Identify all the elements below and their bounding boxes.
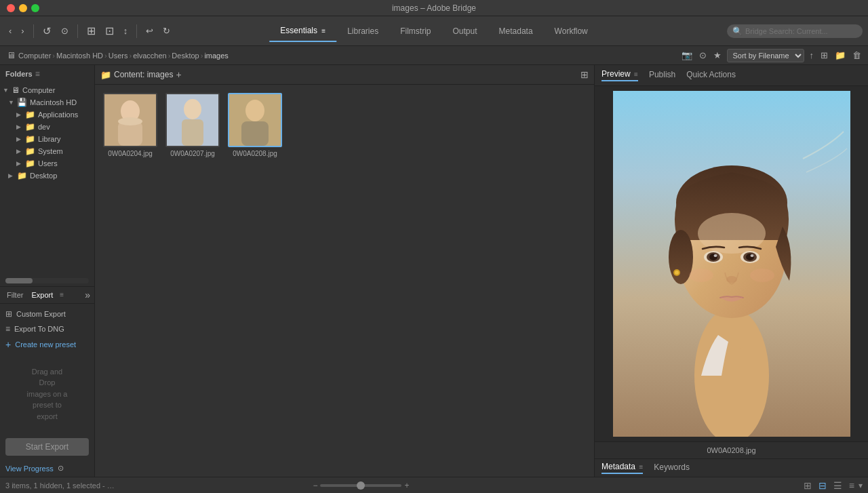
status-bar: 3 items, 1 hidden, 1 selected - … − + ⊞ … [0, 477, 868, 493]
tab-workflow[interactable]: Workflow [544, 21, 599, 41]
sidebar-scrollbar[interactable] [5, 278, 89, 283]
maximize-button[interactable] [31, 4, 39, 12]
preview-tab-quickactions[interactable]: Quick Actions [686, 70, 736, 81]
reveal-button[interactable]: ⊙ [58, 23, 72, 39]
progress-icon-button[interactable]: ⊙ [58, 464, 64, 473]
breadcrumb-home-icon[interactable]: 🖥 [5, 49, 17, 62]
arrow-icon: ▶ [16, 123, 23, 130]
content-title: Content: images [114, 70, 173, 79]
search-input[interactable] [745, 27, 847, 35]
breadcrumb-users[interactable]: Users [108, 52, 128, 60]
tab-essentials[interactable]: Essentials ≡ [269, 20, 336, 42]
search-icon: 🔍 [732, 26, 743, 36]
export-dng-label: Export To DNG [14, 325, 64, 333]
sort-select[interactable]: Sort by Filename [727, 49, 804, 62]
thumbnail-2[interactable]: 0W0A0207.jpg [165, 93, 220, 157]
meta-tab-metadata[interactable]: Metadata ≡ [601, 462, 643, 474]
close-button[interactable] [7, 4, 15, 12]
folder-item-dev[interactable]: ▶ 📁 dev [0, 121, 94, 133]
breadcrumb-icon-camera[interactable]: 📷 [680, 49, 694, 62]
svg-point-21 [713, 254, 717, 257]
zoom-in-button[interactable]: + [404, 481, 409, 490]
preview-tabs: Preview ≡ Publish Quick Actions [595, 65, 868, 86]
new-folder-btn[interactable]: 📁 [833, 49, 847, 62]
meta-tab-icon: ≡ [639, 463, 643, 471]
folder-item-desktop[interactable]: ▶ 📁 Desktop [0, 170, 94, 182]
icon-view-button[interactable]: ⊞ [83, 22, 99, 40]
zoom-out-button[interactable]: − [313, 481, 317, 490]
thumbnail-3[interactable]: 0W0A0208.jpg [228, 93, 282, 157]
thumbnail-1[interactable]: 0W0A0204.jpg [103, 93, 157, 157]
folder-icon: 📁 [25, 134, 35, 144]
svg-point-8 [245, 100, 264, 121]
arrow-icon: ▶ [16, 136, 23, 142]
breadcrumb-elvacchen[interactable]: elvacchen [133, 52, 167, 60]
breadcrumb-desktop[interactable]: Desktop [172, 52, 199, 60]
search-box: 🔍 [727, 24, 863, 38]
view-dropdown-button[interactable]: ▾ [859, 479, 863, 492]
svg-rect-9 [241, 121, 269, 146]
expand-button[interactable]: » [85, 290, 90, 300]
breadcrumb-macintoshhd[interactable]: Macintosh HD [56, 52, 103, 60]
drag-drop-area: Drag andDropimages on apreset toexport [0, 355, 94, 433]
sidebar-menu-icon[interactable]: ≡ [35, 69, 40, 79]
breadcrumb-computer[interactable]: Computer [18, 52, 51, 60]
forward-button[interactable]: › [18, 23, 27, 39]
export-tab[interactable]: Export [28, 290, 56, 300]
folder-item-applications[interactable]: ▶ 📁 Applications [0, 109, 94, 121]
export-to-dng-item[interactable]: ≡ Export To DNG [0, 321, 94, 336]
meta-tab-keywords[interactable]: Keywords [654, 462, 690, 473]
folder-item-system[interactable]: ▶ 📁 System [0, 145, 94, 157]
zoom-slider-track[interactable] [320, 484, 401, 487]
refresh-button[interactable]: ↺ [39, 22, 55, 40]
arrow-icon: ▶ [8, 172, 15, 179]
view-thumb-button[interactable]: ⊟ [816, 479, 829, 492]
breadcrumb-sep-4: › [168, 52, 171, 60]
tab-libraries[interactable]: Libraries [336, 21, 389, 41]
arrow-icon: ▶ [16, 160, 23, 167]
back-button[interactable]: ‹ [5, 23, 15, 39]
preview-image-svg [613, 91, 850, 437]
delete-btn[interactable]: 🗑 [851, 49, 863, 62]
create-preset-item[interactable]: + Create new preset [0, 336, 94, 353]
breadcrumb-icon-star[interactable]: ★ [712, 49, 723, 62]
sidebar-scrollbar-thumb [5, 278, 33, 283]
folder-item-computer[interactable]: ▼ 🖥 Computer [0, 84, 94, 96]
breadcrumb-actions: 📷 ⊙ ★ Sort by Filename ↑ ⊞ 📁 🗑 [680, 49, 863, 62]
sort-direction-btn[interactable]: ↑ [808, 49, 816, 62]
tab-filmstrip[interactable]: Filmstrip [389, 21, 441, 41]
folder-item-users[interactable]: ▶ 📁 Users [0, 157, 94, 170]
undo-button[interactable]: ↩ [142, 23, 157, 39]
drag-drop-text: Drag andDropimages on apreset toexport [27, 368, 68, 420]
redo-button[interactable]: ↻ [159, 23, 174, 39]
thumbnail-button[interactable]: ⊡ [102, 22, 117, 40]
tab-metadata[interactable]: Metadata [488, 21, 544, 41]
export-panel: Filter Export ≡ » ⊞ Custom Export ≡ Expo… [0, 286, 94, 477]
sort-button[interactable]: ↕ [120, 23, 132, 39]
thumbnail-label-1: 0W0A0204.jpg [108, 150, 153, 157]
nav-tabs: Essentials ≡ Libraries Filmstrip Output … [269, 16, 598, 46]
content-grid-btn[interactable]: ⊞ [580, 69, 589, 80]
tab-output[interactable]: Output [442, 21, 488, 41]
start-export-button[interactable]: Start Export [5, 438, 89, 456]
content-add-button[interactable]: + [176, 69, 181, 80]
folder-item-library[interactable]: ▶ 📁 Library [0, 133, 94, 145]
view-options-btn[interactable]: ⊞ [819, 49, 829, 62]
minimize-button[interactable] [19, 4, 27, 12]
view-grid-button[interactable]: ⊞ [801, 479, 814, 492]
preview-tab-publish[interactable]: Publish [649, 70, 675, 81]
custom-export-item[interactable]: ⊞ Custom Export [0, 307, 94, 321]
content-header-right: ⊞ [578, 69, 589, 80]
view-detail-button[interactable]: ≡ [846, 479, 857, 492]
preview-tab-preview[interactable]: Preview ≡ [601, 69, 638, 81]
folder-item-macintoshhd[interactable]: ▼ 💾 Macintosh HD [0, 96, 94, 109]
sidebar: Folders ≡ ▼ 🖥 Computer ▼ 💾 Macintosh HD … [0, 65, 95, 477]
breadcrumb-icon-filter[interactable]: ⊙ [698, 49, 708, 62]
filter-tab[interactable]: Filter [4, 290, 26, 300]
view-list-button[interactable]: ☰ [831, 479, 845, 492]
svg-point-28 [750, 269, 774, 282]
window-title: images – Adobe Bridge [392, 3, 476, 13]
view-progress-label[interactable]: View Progress [5, 465, 54, 473]
breadcrumb-sep-5: › [201, 52, 203, 60]
svg-point-5 [184, 99, 201, 119]
